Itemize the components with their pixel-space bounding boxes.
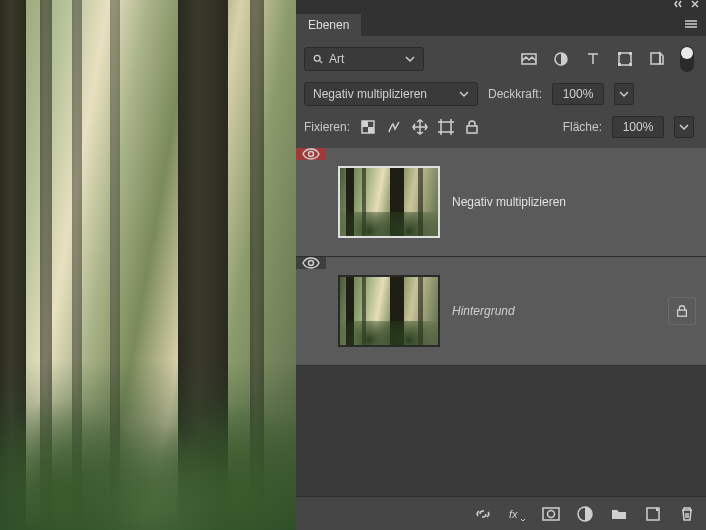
svg-rect-12: [441, 122, 451, 132]
layers-panel: Ebenen Art Negativ multiplizieren Deckkr…: [296, 0, 706, 530]
filter-type-icon[interactable]: [584, 50, 602, 68]
panel-menu-icon[interactable]: [684, 18, 706, 36]
svg-rect-7: [629, 63, 632, 66]
svg-rect-5: [629, 52, 632, 55]
opacity-slider-button[interactable]: [614, 83, 634, 105]
panel-tabs: Ebenen: [296, 10, 706, 36]
document-canvas[interactable]: [0, 0, 296, 530]
eye-icon: [302, 257, 320, 269]
layer-lock-indicator[interactable]: [668, 297, 696, 325]
lock-artboard-icon[interactable]: [438, 119, 454, 135]
lock-transparency-icon[interactable]: [360, 119, 376, 135]
lock-fill-row: Fixieren: Fläche: 100%: [296, 112, 706, 148]
lock-position-icon[interactable]: [412, 119, 428, 135]
blend-mode-dropdown[interactable]: Negativ multiplizieren: [304, 82, 478, 106]
layer-visibility-toggle[interactable]: [296, 257, 326, 269]
layer-thumbnail[interactable]: [338, 166, 440, 238]
lock-image-icon[interactable]: [386, 119, 402, 135]
opacity-label: Deckkraft:: [488, 87, 542, 101]
eye-icon: [302, 148, 320, 160]
layer-row[interactable]: Hintergrund: [296, 257, 706, 366]
svg-point-14: [309, 152, 314, 157]
filter-toggle-switch[interactable]: [680, 46, 694, 72]
svg-rect-11: [368, 127, 374, 133]
adjustment-layer-icon[interactable]: [576, 505, 594, 523]
svg-rect-16: [678, 310, 687, 316]
fill-label: Fläche:: [563, 120, 602, 134]
layer-name[interactable]: Hintergrund: [452, 304, 668, 318]
new-layer-icon[interactable]: [644, 505, 662, 523]
lock-label: Fixieren:: [304, 120, 350, 134]
blend-opacity-row: Negativ multiplizieren Deckkraft: 100%: [296, 78, 706, 112]
filter-adjustment-icon[interactable]: [552, 50, 570, 68]
search-icon: [313, 54, 323, 64]
svg-text:fx: fx: [509, 508, 518, 520]
svg-rect-10: [362, 121, 368, 127]
svg-rect-13: [467, 126, 477, 133]
svg-point-15: [309, 261, 314, 266]
opacity-value-input[interactable]: 100%: [552, 83, 604, 105]
tab-layers[interactable]: Ebenen: [296, 14, 361, 36]
svg-rect-6: [618, 63, 621, 66]
filter-type-label: Art: [329, 52, 399, 66]
layer-mask-icon[interactable]: [542, 505, 560, 523]
link-layers-icon[interactable]: [474, 505, 492, 523]
chevron-down-icon: [405, 54, 415, 64]
svg-rect-4: [618, 52, 621, 55]
chevron-down-icon: [679, 122, 689, 132]
blend-mode-value: Negativ multiplizieren: [313, 87, 453, 101]
layer-style-icon[interactable]: fx: [508, 505, 526, 523]
panel-system-buttons: [296, 0, 706, 10]
fill-value-input[interactable]: 100%: [612, 116, 664, 138]
layer-filter-row: Art: [296, 36, 706, 78]
lock-all-icon[interactable]: [464, 119, 480, 135]
layers-list: Negativ multiplizieren Hintergrund: [296, 148, 706, 496]
layer-name[interactable]: Negativ multiplizieren: [452, 195, 706, 209]
layer-row[interactable]: Negativ multiplizieren: [296, 148, 706, 257]
delete-layer-icon[interactable]: [678, 505, 696, 523]
fill-slider-button[interactable]: [674, 116, 694, 138]
layer-visibility-toggle[interactable]: [296, 148, 326, 160]
group-layers-icon[interactable]: [610, 505, 628, 523]
layer-thumbnail[interactable]: [338, 275, 440, 347]
svg-point-19: [548, 510, 555, 517]
chevron-down-icon: [459, 89, 469, 99]
filter-smartobject-icon[interactable]: [648, 50, 666, 68]
svg-point-0: [314, 55, 320, 61]
layer-filter-type-dropdown[interactable]: Art: [304, 47, 424, 71]
svg-rect-8: [651, 53, 660, 64]
filter-shape-icon[interactable]: [616, 50, 634, 68]
filter-pixel-icon[interactable]: [520, 50, 538, 68]
layers-panel-footer: fx: [296, 496, 706, 530]
lock-icon: [675, 304, 689, 318]
chevron-down-icon: [619, 89, 629, 99]
